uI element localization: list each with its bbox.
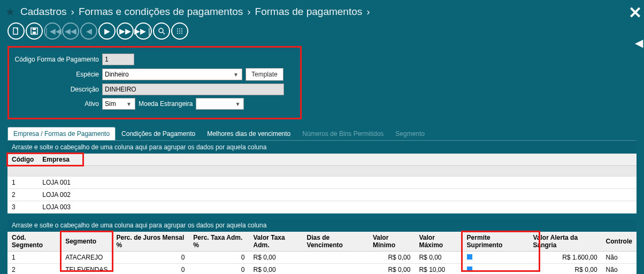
checkbox-icon[interactable] [467,254,472,260]
cell-taxaadm: 0 [189,264,249,275]
cell-valmax: R$ 10,00 [415,264,462,275]
cell-juros: 0 [112,252,189,264]
search-button[interactable] [153,22,170,40]
grid2-col-segmento[interactable]: Segmento [61,232,112,252]
form-panel: Código Forma de Pagamento Espécie Dinhei… [7,46,302,119]
grid-view-button[interactable] [171,22,188,40]
cell-empresa: LOJA 002 [38,189,637,201]
table-row[interactable]: 3 LOJA 003 [7,201,637,214]
breadcrumb-l1[interactable]: Cadastros [20,6,67,18]
cell-controle: Não [602,252,637,264]
group-hint: Arraste e solte o cabeçalho de uma colun… [7,141,637,154]
cell-valortaxa: R$ 0,00 [249,264,303,275]
grid2-col-diasvenc[interactable]: Dias de Vencimento [303,232,369,252]
cell-juros: 0 [112,264,189,275]
group-hint: Arraste e solte o cabeçalho de uma colun… [7,219,637,232]
grid2-col-juros[interactable]: Perc. de Juros Mensal % [112,232,189,252]
tab-melhores-dias[interactable]: Melhores dias de vencimento [201,127,296,140]
chevron-right-icon: › [247,6,250,18]
especie-select[interactable]: Dinheiro ▼ [102,68,242,80]
grid1-col-codigo[interactable]: Código [7,154,38,166]
table-row[interactable]: 2 TELEVENDAS 0 0 R$ 0,00 R$ 0,00 R$ 10,0… [7,264,637,275]
save-button[interactable] [26,22,43,40]
favorite-star-icon[interactable]: ★ [5,5,15,18]
grid2-col-valortaxa[interactable]: Valor Taxa Adm. [249,232,303,252]
cell-empresa: LOJA 001 [38,177,637,189]
tab-segmento: Segmento [389,127,431,140]
chevron-down-icon: ▼ [233,101,242,107]
chevron-down-icon: ▼ [231,72,241,78]
chevron-right-icon: › [366,6,370,18]
cell-valmin: R$ 0,00 [369,264,415,275]
svg-point-10 [179,31,180,32]
svg-point-11 [181,31,182,32]
next-button[interactable]: ▶ [98,22,116,40]
cell-diasvenc [303,264,369,275]
cell-sangria: R$ 0,00 [529,264,602,275]
especie-value: Dinheiro [105,71,129,78]
descricao-label: Descrição [12,86,102,93]
cell-codigo: 1 [7,177,38,189]
cell-codigo: 3 [7,201,38,214]
grid2-col-controle[interactable]: Controle [602,232,637,252]
moeda-label: Moeda Estrangeira [135,100,196,108]
table-row[interactable]: 2 LOJA 002 [7,189,637,201]
record-toolbar: ❘◀◀ ◀◀ ◀ ▶ ▶▶ ▶▶❘ [0,20,644,44]
codigo-field[interactable] [102,54,134,65]
cell-codseg: 2 [7,264,61,275]
svg-rect-2 [33,32,36,34]
svg-point-6 [177,28,178,29]
svg-point-12 [177,33,178,34]
grid2-col-permitesup[interactable]: Permite Suprimento [463,232,529,252]
grid1-col-empresa[interactable]: Empresa [38,154,637,166]
first-button[interactable]: ❘◀◀ [44,22,61,40]
cell-diasvenc [303,252,369,264]
cell-taxaadm: 0 [189,252,249,264]
svg-point-4 [159,28,163,33]
cell-permitesup[interactable] [463,252,529,264]
svg-point-14 [181,33,182,34]
tab-empresa-formas[interactable]: Empresa / Formas de Pagamento [7,127,116,140]
cell-permitesup[interactable] [463,264,529,275]
checkbox-icon[interactable] [467,267,472,272]
grid2-col-codseg[interactable]: Cód. Segmento [7,232,61,252]
template-button[interactable]: Template [246,68,283,81]
grid2-col-sangria[interactable]: Valor Alerta da Sangria [529,232,602,252]
svg-line-5 [163,32,165,34]
last-button[interactable]: ▶▶❘ [135,22,152,40]
grid2-col-taxaadm[interactable]: Perc. Taxa Adm. % [189,232,249,252]
descricao-field[interactable] [102,83,284,95]
prev-page-button[interactable]: ◀◀ [62,22,79,40]
chevron-right-icon: › [71,6,74,18]
cell-valortaxa: R$ 0,00 [249,252,303,264]
grid2-col-valmin[interactable]: Valor Mínimo [369,232,415,252]
breadcrumb-l2[interactable]: Formas e condições de pagamentos [79,6,243,18]
cell-segmento: ATACAREJO [61,252,112,264]
svg-rect-3 [33,28,36,30]
chevron-down-icon: ▼ [124,101,134,107]
svg-point-9 [177,31,178,32]
tab-condicoes[interactable]: Condições de Pagamento [116,127,201,140]
tab-bins: Números de Bins Permitidos [296,127,389,140]
side-collapse-icon[interactable]: ◀ [633,32,644,54]
grid-empresas: Arraste e solte o cabeçalho de uma colun… [7,141,637,214]
ativo-select[interactable]: Sim ▼ [102,98,135,110]
new-button[interactable] [7,22,25,40]
grid2-col-valmax[interactable]: Valor Máximo [415,232,462,252]
grid1-header-row: Código Empresa [7,154,637,166]
cell-codseg: 1 [7,252,61,264]
next-page-button[interactable]: ▶▶ [117,22,134,40]
grid-segmentos: Arraste e solte o cabeçalho de uma colun… [7,219,637,274]
prev-button[interactable]: ◀ [80,22,97,40]
grid2-header-row: Cód. Segmento Segmento Perc. de Juros Me… [7,232,637,252]
especie-label: Espécie [12,71,102,78]
moeda-select[interactable]: ▼ [196,98,244,110]
breadcrumb-l3[interactable]: Formas de pagamentos [255,6,363,18]
ativo-value: Sim [105,100,116,108]
close-icon[interactable]: ✕ [628,3,642,22]
table-row[interactable]: 1 ATACAREJO 0 0 R$ 0,00 R$ 0,00 R$ 0,00 … [7,252,637,264]
cell-sangria: R$ 1.600,00 [529,252,602,264]
svg-point-13 [179,33,180,34]
table-row[interactable]: 1 LOJA 001 [7,177,637,189]
codigo-label: Código Forma de Pagamento [12,56,102,63]
